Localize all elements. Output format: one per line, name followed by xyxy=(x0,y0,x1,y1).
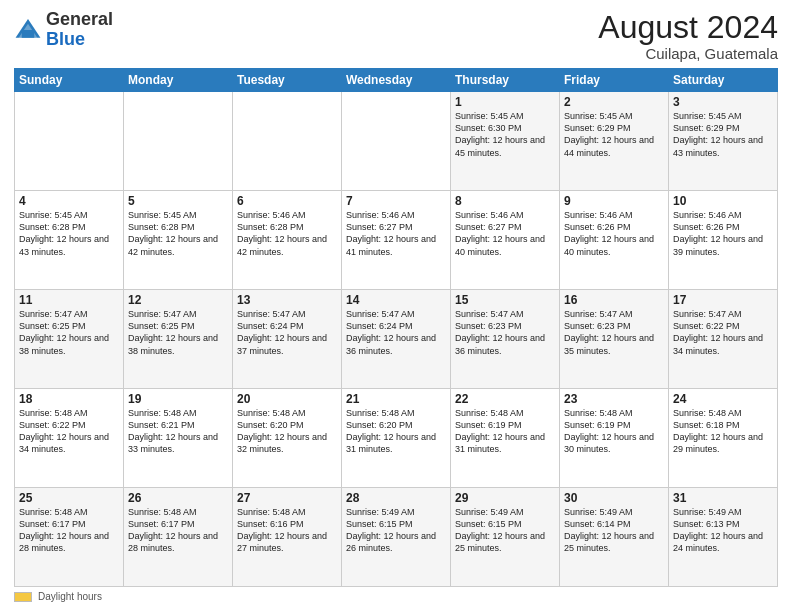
day-info: Sunrise: 5:48 AMSunset: 6:16 PMDaylight:… xyxy=(237,506,337,555)
daylight-label: Daylight hours xyxy=(38,591,102,602)
header: General Blue August 2024 Cuilapa, Guatem… xyxy=(14,10,778,62)
day-info: Sunrise: 5:48 AMSunset: 6:17 PMDaylight:… xyxy=(19,506,119,555)
day-info: Sunrise: 5:47 AMSunset: 6:25 PMDaylight:… xyxy=(128,308,228,357)
calendar-day-cell: 10Sunrise: 5:46 AMSunset: 6:26 PMDayligh… xyxy=(669,191,778,290)
calendar-day-cell: 19Sunrise: 5:48 AMSunset: 6:21 PMDayligh… xyxy=(124,389,233,488)
day-info: Sunrise: 5:48 AMSunset: 6:18 PMDaylight:… xyxy=(673,407,773,456)
day-number: 10 xyxy=(673,194,773,208)
calendar-day-cell: 21Sunrise: 5:48 AMSunset: 6:20 PMDayligh… xyxy=(342,389,451,488)
day-number: 17 xyxy=(673,293,773,307)
calendar-day-cell: 25Sunrise: 5:48 AMSunset: 6:17 PMDayligh… xyxy=(15,488,124,587)
calendar-day-cell: 24Sunrise: 5:48 AMSunset: 6:18 PMDayligh… xyxy=(669,389,778,488)
calendar-day-cell: 14Sunrise: 5:47 AMSunset: 6:24 PMDayligh… xyxy=(342,290,451,389)
day-number: 14 xyxy=(346,293,446,307)
day-number: 6 xyxy=(237,194,337,208)
day-number: 16 xyxy=(564,293,664,307)
day-info: Sunrise: 5:47 AMSunset: 6:22 PMDaylight:… xyxy=(673,308,773,357)
calendar-table: SundayMondayTuesdayWednesdayThursdayFrid… xyxy=(14,68,778,587)
day-number: 2 xyxy=(564,95,664,109)
calendar-day-cell: 31Sunrise: 5:49 AMSunset: 6:13 PMDayligh… xyxy=(669,488,778,587)
calendar-day-cell: 29Sunrise: 5:49 AMSunset: 6:15 PMDayligh… xyxy=(451,488,560,587)
day-info: Sunrise: 5:45 AMSunset: 6:28 PMDaylight:… xyxy=(19,209,119,258)
calendar-day-cell: 20Sunrise: 5:48 AMSunset: 6:20 PMDayligh… xyxy=(233,389,342,488)
calendar-day-cell: 26Sunrise: 5:48 AMSunset: 6:17 PMDayligh… xyxy=(124,488,233,587)
calendar-day-cell: 4Sunrise: 5:45 AMSunset: 6:28 PMDaylight… xyxy=(15,191,124,290)
calendar-day-cell: 7Sunrise: 5:46 AMSunset: 6:27 PMDaylight… xyxy=(342,191,451,290)
logo-text: General Blue xyxy=(46,10,113,50)
calendar-day-cell: 2Sunrise: 5:45 AMSunset: 6:29 PMDaylight… xyxy=(560,92,669,191)
day-info: Sunrise: 5:47 AMSunset: 6:25 PMDaylight:… xyxy=(19,308,119,357)
page: General Blue August 2024 Cuilapa, Guatem… xyxy=(0,0,792,612)
calendar-day-cell: 30Sunrise: 5:49 AMSunset: 6:14 PMDayligh… xyxy=(560,488,669,587)
calendar-day-cell: 1Sunrise: 5:45 AMSunset: 6:30 PMDaylight… xyxy=(451,92,560,191)
logo-general-text: General xyxy=(46,9,113,29)
calendar-day-cell: 18Sunrise: 5:48 AMSunset: 6:22 PMDayligh… xyxy=(15,389,124,488)
calendar-header-thursday: Thursday xyxy=(451,69,560,92)
calendar-day-cell: 12Sunrise: 5:47 AMSunset: 6:25 PMDayligh… xyxy=(124,290,233,389)
calendar-day-cell: 9Sunrise: 5:46 AMSunset: 6:26 PMDaylight… xyxy=(560,191,669,290)
calendar-day-cell: 13Sunrise: 5:47 AMSunset: 6:24 PMDayligh… xyxy=(233,290,342,389)
day-info: Sunrise: 5:45 AMSunset: 6:29 PMDaylight:… xyxy=(564,110,664,159)
calendar-day-cell: 5Sunrise: 5:45 AMSunset: 6:28 PMDaylight… xyxy=(124,191,233,290)
daylight-bar-icon xyxy=(14,592,32,602)
calendar-week-row: 11Sunrise: 5:47 AMSunset: 6:25 PMDayligh… xyxy=(15,290,778,389)
day-number: 15 xyxy=(455,293,555,307)
day-info: Sunrise: 5:48 AMSunset: 6:22 PMDaylight:… xyxy=(19,407,119,456)
calendar-day-cell: 11Sunrise: 5:47 AMSunset: 6:25 PMDayligh… xyxy=(15,290,124,389)
calendar-week-row: 4Sunrise: 5:45 AMSunset: 6:28 PMDaylight… xyxy=(15,191,778,290)
calendar-day-cell: 16Sunrise: 5:47 AMSunset: 6:23 PMDayligh… xyxy=(560,290,669,389)
day-info: Sunrise: 5:49 AMSunset: 6:15 PMDaylight:… xyxy=(346,506,446,555)
day-number: 7 xyxy=(346,194,446,208)
calendar-day-cell: 6Sunrise: 5:46 AMSunset: 6:28 PMDaylight… xyxy=(233,191,342,290)
calendar-header-sunday: Sunday xyxy=(15,69,124,92)
day-info: Sunrise: 5:48 AMSunset: 6:20 PMDaylight:… xyxy=(237,407,337,456)
calendar-header-friday: Friday xyxy=(560,69,669,92)
day-number: 19 xyxy=(128,392,228,406)
calendar-header-monday: Monday xyxy=(124,69,233,92)
day-number: 26 xyxy=(128,491,228,505)
logo-blue-text: Blue xyxy=(46,29,85,49)
day-number: 5 xyxy=(128,194,228,208)
day-info: Sunrise: 5:45 AMSunset: 6:28 PMDaylight:… xyxy=(128,209,228,258)
calendar-week-row: 25Sunrise: 5:48 AMSunset: 6:17 PMDayligh… xyxy=(15,488,778,587)
day-number: 23 xyxy=(564,392,664,406)
footer-note: Daylight hours xyxy=(14,591,778,602)
day-info: Sunrise: 5:46 AMSunset: 6:26 PMDaylight:… xyxy=(673,209,773,258)
calendar-day-cell: 15Sunrise: 5:47 AMSunset: 6:23 PMDayligh… xyxy=(451,290,560,389)
day-number: 8 xyxy=(455,194,555,208)
day-number: 28 xyxy=(346,491,446,505)
day-number: 22 xyxy=(455,392,555,406)
day-info: Sunrise: 5:48 AMSunset: 6:20 PMDaylight:… xyxy=(346,407,446,456)
calendar-header-row: SundayMondayTuesdayWednesdayThursdayFrid… xyxy=(15,69,778,92)
calendar-day-cell xyxy=(15,92,124,191)
calendar-header-tuesday: Tuesday xyxy=(233,69,342,92)
day-number: 13 xyxy=(237,293,337,307)
day-info: Sunrise: 5:48 AMSunset: 6:17 PMDaylight:… xyxy=(128,506,228,555)
calendar-day-cell xyxy=(342,92,451,191)
calendar-day-cell: 22Sunrise: 5:48 AMSunset: 6:19 PMDayligh… xyxy=(451,389,560,488)
day-info: Sunrise: 5:48 AMSunset: 6:19 PMDaylight:… xyxy=(455,407,555,456)
day-number: 21 xyxy=(346,392,446,406)
day-info: Sunrise: 5:47 AMSunset: 6:23 PMDaylight:… xyxy=(564,308,664,357)
day-info: Sunrise: 5:45 AMSunset: 6:30 PMDaylight:… xyxy=(455,110,555,159)
day-info: Sunrise: 5:46 AMSunset: 6:28 PMDaylight:… xyxy=(237,209,337,258)
calendar-day-cell: 28Sunrise: 5:49 AMSunset: 6:15 PMDayligh… xyxy=(342,488,451,587)
day-info: Sunrise: 5:45 AMSunset: 6:29 PMDaylight:… xyxy=(673,110,773,159)
day-info: Sunrise: 5:46 AMSunset: 6:26 PMDaylight:… xyxy=(564,209,664,258)
svg-rect-2 xyxy=(22,30,34,38)
day-info: Sunrise: 5:46 AMSunset: 6:27 PMDaylight:… xyxy=(455,209,555,258)
logo: General Blue xyxy=(14,10,113,50)
logo-icon xyxy=(14,16,42,44)
title-block: August 2024 Cuilapa, Guatemala xyxy=(598,10,778,62)
day-number: 29 xyxy=(455,491,555,505)
calendar-day-cell xyxy=(124,92,233,191)
day-info: Sunrise: 5:46 AMSunset: 6:27 PMDaylight:… xyxy=(346,209,446,258)
day-number: 4 xyxy=(19,194,119,208)
calendar-day-cell: 23Sunrise: 5:48 AMSunset: 6:19 PMDayligh… xyxy=(560,389,669,488)
day-number: 9 xyxy=(564,194,664,208)
day-number: 24 xyxy=(673,392,773,406)
day-number: 20 xyxy=(237,392,337,406)
calendar-day-cell: 27Sunrise: 5:48 AMSunset: 6:16 PMDayligh… xyxy=(233,488,342,587)
subtitle: Cuilapa, Guatemala xyxy=(598,45,778,62)
day-info: Sunrise: 5:48 AMSunset: 6:19 PMDaylight:… xyxy=(564,407,664,456)
